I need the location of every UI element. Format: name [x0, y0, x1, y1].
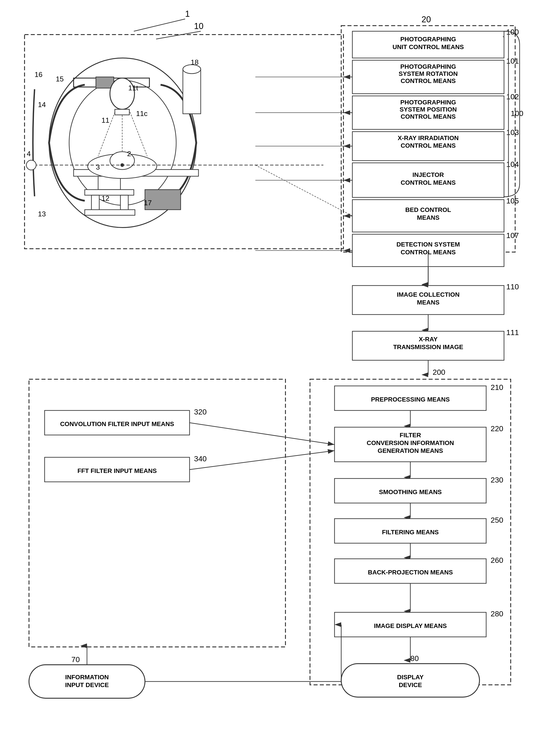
- filter-conversion-label3: GENERATION MEANS: [378, 447, 443, 454]
- ref-20: 20: [421, 15, 431, 24]
- svg-line-27: [190, 423, 334, 445]
- ref-320: 320: [194, 408, 207, 416]
- xray-irradiation-label2: CONTROL MEANS: [401, 142, 456, 149]
- xray-irradiation-label1: X-RAY IRRADIATION: [398, 135, 459, 142]
- ref-220: 220: [491, 424, 503, 433]
- filter-conversion-label1: FILTER: [400, 432, 421, 439]
- svg-line-33: [255, 165, 352, 216]
- xray-transmission-label2: TRANSMISSION IMAGE: [393, 343, 463, 350]
- fft-filter-label: FFT FILTER INPUT MEANS: [77, 467, 157, 474]
- ref-230: 230: [491, 475, 503, 484]
- table-base: [85, 210, 135, 215]
- info-input-label2: INPUT DEVICE: [65, 682, 109, 688]
- smoothing-label: SMOOTHING MEANS: [379, 489, 442, 496]
- bed-control-label2: MEANS: [417, 214, 439, 221]
- image-collection-label2: MEANS: [417, 299, 439, 306]
- ref-210: 210: [491, 383, 503, 392]
- ref-340: 340: [194, 454, 207, 463]
- ref-100-bracket: 100: [511, 109, 523, 118]
- back-projection-label: BACK-PROJECTION MEANS: [368, 569, 453, 576]
- ref-110: 110: [506, 283, 519, 291]
- ref-1: 1: [185, 9, 190, 18]
- label-3: 3: [96, 163, 100, 171]
- ref-280: 280: [491, 609, 503, 618]
- label-17: 17: [144, 199, 152, 207]
- label-16: 16: [35, 70, 42, 78]
- injector-label1: INJECTOR: [413, 171, 444, 178]
- label-14: 14: [38, 101, 46, 109]
- display-device-label2: DEVICE: [399, 682, 422, 688]
- image-display-label: IMAGE DISPLAY MEANS: [374, 622, 447, 629]
- injector-label2: CONTROL MEANS: [401, 179, 456, 186]
- ref-111: 111: [506, 328, 519, 337]
- page-container: 1 10 20 PHOTOGRAPHING UNIT CONTROL MEANS…: [0, 0, 533, 756]
- ref-70: 70: [71, 655, 80, 664]
- ref-200: 200: [433, 368, 445, 376]
- label-11: 11: [101, 116, 110, 124]
- ref-10: 10: [194, 21, 203, 31]
- photo-position-label1: PHOTOGRAPHING: [400, 99, 456, 106]
- photo-rotation-label2: SYSTEM ROTATION: [399, 70, 458, 77]
- left-arm: [33, 89, 35, 196]
- label-4: 4: [27, 150, 31, 158]
- xray-tube: [110, 78, 134, 109]
- bed-control-label1: BED CONTROL: [405, 206, 451, 213]
- label-11c: 11c: [136, 110, 147, 118]
- info-input-label1: INFORMATION: [65, 674, 109, 681]
- xray-transmission-label1: X-RAY: [419, 336, 438, 343]
- label-11t: 11t: [128, 84, 138, 92]
- ref-107: 107: [506, 231, 519, 240]
- table-leg-right: [120, 195, 128, 211]
- ref-80: 80: [410, 654, 419, 662]
- label-15: 15: [56, 75, 64, 83]
- photo-rotation-label3: CONTROL MEANS: [401, 77, 456, 84]
- ref-250: 250: [491, 516, 503, 524]
- diagram-svg: 1 10 20 PHOTOGRAPHING UNIT CONTROL MEANS…: [0, 0, 533, 756]
- label-13: 13: [38, 210, 46, 218]
- preprocessing-label: PREPROCESSING MEANS: [371, 396, 450, 403]
- detection-system-label1: DETECTION SYSTEM: [396, 241, 460, 248]
- svg-line-1: [156, 31, 201, 39]
- display-device-label1: DISPLAY: [397, 674, 424, 681]
- photo-position-label3: CONTROL MEANS: [401, 113, 456, 120]
- injector-body: [183, 69, 201, 114]
- photo-rotation-label1: PHOTOGRAPHING: [400, 63, 456, 70]
- axis-indicator: [26, 160, 36, 170]
- svg-line-28: [190, 451, 334, 470]
- c-arm-left: [49, 85, 85, 201]
- convolution-label: CONVOLUTION FILTER INPUT MEANS: [60, 420, 174, 427]
- filter-conversion-label2: CONVERSION INFORMATION: [367, 440, 454, 446]
- image-collection-label1: IMAGE COLLECTION: [397, 291, 460, 298]
- ref-260: 260: [491, 556, 503, 564]
- photographing-unit-label: PHOTOGRAPHING: [400, 36, 456, 42]
- collimator: [115, 109, 129, 115]
- photo-position-label2: SYSTEM POSITION: [400, 106, 457, 113]
- table-leg-left: [92, 195, 99, 211]
- svg-line-0: [134, 19, 185, 31]
- photographing-unit-label2: UNIT CONTROL MEANS: [392, 43, 464, 50]
- label-12: 12: [101, 194, 110, 202]
- label-2: 2: [127, 150, 131, 158]
- ref-105: 105: [506, 197, 519, 205]
- label-18: 18: [191, 58, 199, 66]
- filtering-label: FILTERING MEANS: [382, 529, 439, 536]
